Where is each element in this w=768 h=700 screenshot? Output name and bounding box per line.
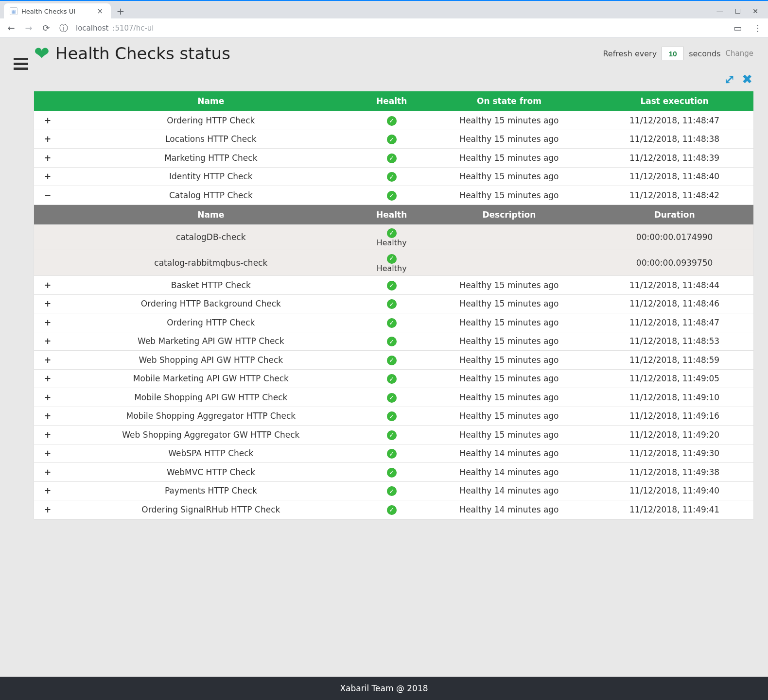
healthy-check-icon: ✓ [387,254,397,264]
cell-health: ✓ [361,351,423,370]
cell-name: WebSPA HTTP Check [61,444,361,463]
expand-row-button[interactable]: + [34,294,61,313]
expand-row-button[interactable]: + [34,481,61,500]
back-icon[interactable]: ← [6,23,17,33]
hamburger-menu[interactable] [0,38,34,677]
col-health: Health [361,91,423,111]
expand-row-button[interactable]: + [34,276,61,295]
healthy-check-icon: ✓ [387,116,397,126]
cell-health: ✓ [361,426,423,444]
refresh-interval-input[interactable] [662,47,684,60]
expand-icon[interactable]: ⤢ [724,72,735,86]
cell-last: 11/12/2018, 11:48:59 [595,351,753,370]
cell-health: ✓ [361,500,423,519]
expand-row-button[interactable]: + [34,130,61,149]
cell-last: 11/12/2018, 11:49:40 [595,481,753,500]
page-title: Health Checks status [55,44,230,63]
expand-row-button[interactable]: − [34,186,61,205]
cell-last: 11/12/2018, 11:49:41 [595,500,753,519]
expand-row-button[interactable]: + [34,149,61,168]
forward-icon[interactable]: → [23,23,34,33]
table-row: +Ordering HTTP Check✓Healthy 15 minutes … [34,111,753,130]
cell-name: Ordering HTTP Check [61,313,361,332]
favicon-icon: ▦ [10,7,17,15]
healthy-check-icon: ✓ [387,468,397,478]
sub-cell-duration: 00:00:00.0939750 [595,250,753,276]
content: ❤ Health Checks status Refresh every sec… [34,38,768,677]
cell-state: Healthy 15 minutes ago [423,388,596,407]
cell-last: 11/12/2018, 11:48:53 [595,332,753,351]
maximize-icon[interactable]: ☐ [735,7,741,15]
healthy-check-icon: ✓ [387,393,397,403]
address-bar: ← → ⟳ ⓘ localhost:5107/hc-ui ▭ ⋮ [0,18,768,38]
healthy-check-icon: ✓ [387,430,397,440]
cell-last: 11/12/2018, 11:49:16 [595,407,753,426]
cell-name: Mobile Shopping Aggregator HTTP Check [61,407,361,426]
close-window-icon[interactable]: ✕ [752,7,758,15]
hamburger-bar-icon [14,63,28,65]
cell-health: ✓ [361,313,423,332]
browser-tab[interactable]: ▦ Health Checks UI × [4,3,111,19]
cell-name: Mobile Marketing API GW HTTP Check [61,369,361,388]
sub-row: catalog-rabbitmqbus-check✓Healthy00:00:0… [34,250,753,276]
kebab-menu-icon[interactable]: ⋮ [753,23,762,33]
expand-row-button[interactable]: + [34,426,61,444]
footer: Xabaril Team @ 2018 [0,677,768,700]
cell-last: 11/12/2018, 11:48:42 [595,186,753,205]
cell-last: 11/12/2018, 11:48:38 [595,130,753,149]
expand-row-button[interactable]: + [34,388,61,407]
cell-state: Healthy 15 minutes ago [423,426,596,444]
cell-health: ✓ [361,332,423,351]
table-row: +Marketing HTTP Check✓Healthy 15 minutes… [34,149,753,168]
cell-health: ✓ [361,463,423,482]
cell-state: Healthy 15 minutes ago [423,167,596,186]
minimize-icon[interactable]: — [716,7,723,15]
url-field[interactable]: localhost:5107/hc-ui [76,24,722,33]
cell-state: Healthy 14 minutes ago [423,444,596,463]
table-body: +Ordering HTTP Check✓Healthy 15 minutes … [34,111,753,519]
expand-row-button[interactable]: + [34,167,61,186]
expand-row-button[interactable]: + [34,369,61,388]
healthy-check-icon: ✓ [387,135,397,144]
expand-row-button[interactable]: + [34,444,61,463]
expand-row-button[interactable]: + [34,332,61,351]
cell-last: 11/12/2018, 11:49:30 [595,444,753,463]
cell-health: ✓ [361,111,423,130]
healthy-label: Healthy [377,264,407,273]
cell-name: Web Marketing API GW HTTP Check [61,332,361,351]
reload-icon[interactable]: ⟳ [41,23,52,33]
title-block: ❤ Health Checks status [34,44,230,63]
change-button[interactable]: Change [726,49,753,58]
profile-icon[interactable]: ▭ [733,23,742,33]
cell-name: Marketing HTTP Check [61,149,361,168]
sub-cell-name: catalogDB-check [61,224,361,250]
expand-row-button[interactable]: + [34,313,61,332]
footer-text: Xabaril Team @ 2018 [340,683,428,693]
health-table: Name Health On state from Last execution… [34,91,753,519]
new-tab-button[interactable]: + [114,4,127,18]
expand-row-button[interactable]: + [34,351,61,370]
expand-row-button[interactable]: + [34,111,61,130]
url-path: :5107/hc-ui [112,24,154,33]
expand-row-button[interactable]: + [34,463,61,482]
panel-controls: ⤢ ✖ [34,70,753,91]
col-expander [34,91,61,111]
hamburger-bar-icon [14,58,28,60]
table-row: +Basket HTTP Check✓Healthy 15 minutes ag… [34,276,753,295]
tab-bar: ▦ Health Checks UI × + — ☐ ✕ [0,1,768,18]
cell-state: Healthy 15 minutes ago [423,130,596,149]
table-row: +Web Shopping Aggregator GW HTTP Check✓H… [34,426,753,444]
info-icon[interactable]: ⓘ [58,22,69,34]
cell-name: Ordering HTTP Check [61,111,361,130]
tab-title: Health Checks UI [21,8,75,15]
cell-last: 11/12/2018, 11:49:10 [595,388,753,407]
table-row: +Web Marketing API GW HTTP Check✓Healthy… [34,332,753,351]
close-tab-icon[interactable]: × [95,7,105,16]
close-panel-icon[interactable]: ✖ [742,72,752,86]
col-name: Name [61,91,361,111]
healthy-check-icon: ✓ [387,337,397,346]
expand-row-button[interactable]: + [34,500,61,519]
table-row: +Locations HTTP Check✓Healthy 15 minutes… [34,130,753,149]
expand-row-button[interactable]: + [34,407,61,426]
healthy-check-icon: ✓ [387,374,397,384]
